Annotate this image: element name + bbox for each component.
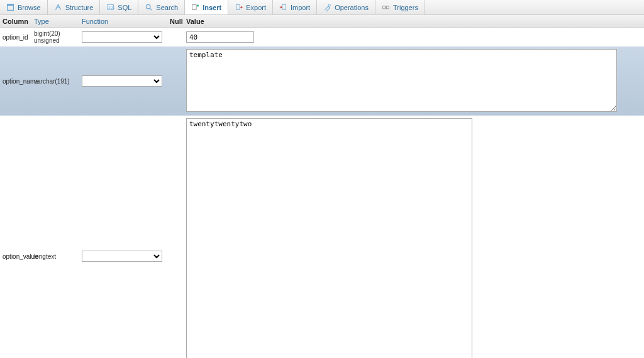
header-null: Null: [170, 18, 182, 25]
col-name: option_name: [0, 78, 34, 85]
function-select[interactable]: [82, 251, 162, 262]
tab-sql[interactable]: SQL SQL: [100, 0, 138, 14]
sql-icon: SQL: [106, 3, 114, 11]
header-value: Value: [182, 18, 204, 25]
tab-sql-label: SQL: [118, 4, 131, 11]
svg-line-5: [150, 8, 152, 10]
col-func: [82, 31, 170, 43]
tab-triggers[interactable]: Triggers: [375, 0, 425, 14]
export-icon: [235, 3, 243, 11]
tab-import-label: Import: [291, 4, 310, 11]
tab-structure-label: Structure: [65, 4, 94, 11]
tab-search-label: Search: [156, 4, 178, 11]
tab-export-label: Export: [246, 4, 266, 11]
svg-point-11: [328, 4, 330, 6]
col-func: [82, 75, 170, 87]
svg-rect-10: [282, 4, 286, 9]
col-type: longtext: [34, 253, 82, 260]
col-type: varchar(191): [34, 78, 82, 85]
tab-insert[interactable]: Insert: [185, 0, 228, 14]
svg-rect-12: [383, 6, 386, 9]
value-input[interactable]: [186, 31, 254, 43]
tab-insert-label: Insert: [203, 4, 221, 11]
row-option-id: option_id bigint(20) unsigned: [0, 28, 644, 46]
header-column: Column: [0, 18, 34, 25]
tab-browse[interactable]: Browse: [0, 0, 48, 14]
tab-browse-label: Browse: [18, 4, 41, 11]
svg-rect-1: [8, 4, 14, 6]
svg-text:SQL: SQL: [109, 6, 115, 9]
tab-export[interactable]: Export: [228, 0, 273, 14]
tab-structure[interactable]: Structure: [48, 0, 101, 14]
tab-triggers-label: Triggers: [393, 4, 418, 11]
insert-icon: [191, 3, 199, 11]
function-select[interactable]: [82, 31, 162, 43]
tab-operations-label: Operations: [335, 4, 369, 11]
header-type[interactable]: Type: [34, 18, 82, 25]
import-icon: [279, 3, 287, 11]
column-header-row: Column Type Function Null Value: [0, 15, 644, 28]
tab-operations[interactable]: Operations: [317, 0, 375, 14]
row-option-value: option_value longtext: [0, 116, 644, 358]
tab-search[interactable]: Search: [138, 0, 185, 14]
function-select[interactable]: [82, 75, 162, 87]
structure-icon: [54, 3, 62, 11]
svg-point-4: [147, 4, 151, 9]
col-value: [182, 31, 644, 43]
col-func: [82, 251, 170, 262]
tab-import[interactable]: Import: [273, 0, 317, 14]
triggers-icon: [382, 3, 390, 11]
col-value: [182, 118, 644, 358]
row-option-name: option_name varchar(191): [0, 46, 644, 116]
header-function[interactable]: Function: [82, 18, 170, 25]
operations-icon: [323, 3, 331, 11]
svg-rect-13: [386, 6, 389, 9]
browse-icon: [6, 3, 14, 11]
svg-rect-6: [192, 4, 197, 9]
tab-bar: Browse Structure SQL SQL Search Insert E…: [0, 0, 644, 15]
col-name: option_id: [0, 34, 34, 41]
value-textarea[interactable]: [186, 49, 617, 112]
col-name: option_value: [0, 253, 34, 260]
value-textarea[interactable]: [186, 118, 472, 358]
svg-rect-9: [236, 4, 240, 9]
col-value: [182, 49, 644, 113]
col-type: bigint(20) unsigned: [34, 30, 82, 44]
search-icon: [145, 3, 153, 11]
